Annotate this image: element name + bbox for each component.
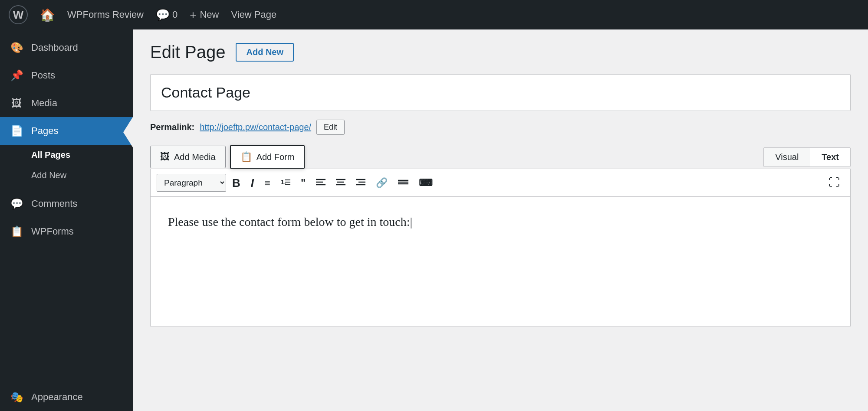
permalink-edit-button[interactable]: Edit [316, 120, 345, 135]
dashboard-icon: 🎨 [10, 42, 23, 54]
keyboard-button[interactable]: ⌨ [414, 176, 437, 190]
blockquote-button[interactable]: " [296, 175, 310, 191]
sidebar-item-wpforms[interactable]: 📋 WPForms [0, 218, 133, 245]
appearance-label: Appearance [31, 391, 83, 403]
editor-content-area[interactable]: Please use the contact form below to get… [150, 196, 851, 326]
permalink-label: Permalink: [150, 122, 194, 132]
sidebar-item-pages[interactable]: 📄 Pages [0, 117, 133, 145]
align-right-button[interactable] [352, 176, 370, 190]
submenu-all-pages[interactable]: All Pages [0, 145, 133, 165]
page-header: Edit Page Add New [150, 42, 851, 62]
ordered-list-icon: 1. [281, 177, 290, 187]
editor-text: Please use the contact form below to get… [168, 215, 410, 228]
add-new-button[interactable]: Add New [236, 43, 294, 62]
format-select[interactable]: Paragraph Heading 1 Heading 2 [157, 174, 226, 192]
permalink-wrap: Permalink: http://joeftp.pw/contact-page… [150, 120, 851, 135]
posts-icon: 📌 [10, 69, 23, 82]
hr-button[interactable] [394, 176, 413, 190]
page-title: Edit Page [150, 42, 225, 62]
comments-wrap[interactable]: 💬 0 [156, 8, 178, 22]
media-icon: 🖼 [10, 97, 23, 109]
fullscreen-button[interactable]: ⛶ [824, 173, 844, 192]
site-name[interactable]: WPForms Review [67, 9, 144, 20]
link-button[interactable]: 🔗 [372, 176, 392, 190]
comments-icon: 💬 [156, 8, 170, 22]
comment-count: 0 [172, 9, 178, 20]
pages-icon: 📄 [10, 125, 23, 137]
permalink-url[interactable]: http://joeftp.pw/contact-page/ [200, 122, 311, 132]
tab-visual[interactable]: Visual [764, 148, 810, 166]
submenu-add-new[interactable]: Add New [0, 165, 133, 186]
add-media-button[interactable]: 🖼 Add Media [150, 146, 226, 168]
add-form-icon: 📋 [240, 151, 252, 163]
home-icon: 🏠 [40, 8, 55, 22]
align-center-button[interactable] [332, 176, 350, 190]
admin-bar: W 🏠 WPForms Review 💬 0 + New View Page [0, 0, 868, 29]
posts-label: Posts [31, 70, 55, 81]
post-title-input[interactable] [150, 74, 851, 111]
sidebar-item-appearance[interactable]: 🎭 Appearance [0, 383, 133, 411]
pages-label: Pages [31, 125, 58, 137]
hr-icon [398, 178, 408, 186]
svg-text:1.: 1. [281, 179, 286, 186]
sidebar-item-dashboard[interactable]: 🎨 Dashboard [0, 34, 133, 62]
bold-button[interactable]: B [228, 175, 245, 191]
align-left-icon [316, 178, 326, 186]
comments-menu-label: Comments [31, 198, 77, 209]
unordered-list-button[interactable]: ≡ [260, 175, 275, 191]
wpforms-label: WPForms [31, 226, 74, 237]
add-form-button[interactable]: 📋 Add Form [230, 145, 305, 169]
wpforms-icon: 📋 [10, 225, 23, 238]
wp-logo[interactable]: W [9, 5, 28, 24]
new-wrap[interactable]: + New [190, 8, 219, 22]
editor-toolbar-row2: Paragraph Heading 1 Heading 2 B I ≡ 1. " [150, 169, 851, 196]
italic-button[interactable]: I [247, 175, 258, 191]
plus-icon: + [190, 8, 196, 22]
media-label: Media [31, 98, 57, 109]
view-page-link[interactable]: View Page [231, 9, 276, 20]
main-content: Edit Page Add New Permalink: http://joef… [133, 29, 868, 411]
tab-text[interactable]: Text [810, 148, 850, 166]
visual-text-tabs: Visual Text [763, 147, 851, 167]
sidebar-item-posts[interactable]: 📌 Posts [0, 62, 133, 89]
ordered-list-button[interactable]: 1. [276, 175, 295, 191]
editor-toolbar-row1: 🖼 Add Media 📋 Add Form Visual Text [150, 145, 851, 169]
align-center-icon [336, 178, 345, 186]
align-right-icon [356, 178, 365, 186]
wp-layout: 🎨 Dashboard 📌 Posts 🖼 Media 📄 Pages All … [0, 29, 868, 411]
add-form-label: Add Form [256, 152, 295, 162]
dashboard-label: Dashboard [31, 42, 78, 53]
add-media-label: Add Media [174, 152, 216, 162]
add-media-icon: 🖼 [160, 151, 170, 163]
align-left-button[interactable] [312, 176, 330, 190]
comments-menu-icon: 💬 [10, 198, 23, 210]
admin-menu: 🎨 Dashboard 📌 Posts 🖼 Media 📄 Pages All … [0, 29, 133, 411]
appearance-icon: 🎭 [10, 391, 23, 403]
new-link[interactable]: New [200, 9, 219, 20]
wp-logo-icon: W [13, 8, 24, 22]
sidebar-item-comments[interactable]: 💬 Comments [0, 190, 133, 218]
text-cursor [410, 215, 413, 228]
sidebar-item-media[interactable]: 🖼 Media [0, 89, 133, 117]
